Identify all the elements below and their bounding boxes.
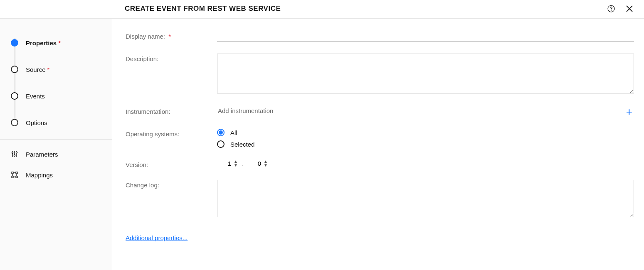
row-description: Description: [126,54,634,95]
plus-icon[interactable]: + [624,108,634,116]
step-indicator-icon [11,119,18,126]
sliders-icon [11,150,18,158]
row-display-name: Display name: * [126,31,634,42]
radio-icon [217,140,225,148]
radio-icon [217,129,225,136]
row-changelog: Change log: [126,180,634,218]
step-label: Events [26,93,45,100]
svg-rect-13 [16,176,17,178]
sidebar-link-parameters[interactable]: Parameters [0,144,112,164]
row-instrumentation: Instrumentation: Add instrumentation + [126,106,634,117]
display-name-field [217,31,634,42]
os-field: All Selected [217,129,634,148]
version-field: ▲ ▼ . ▲ ▼ [217,160,634,168]
wizard-sidebar: Properties* Source* Events Options [0,19,112,270]
sidebar-link-label: Parameters [26,151,58,158]
dialog-header: CREATE EVENT FROM REST WEB SERVICE [0,0,644,19]
step-events[interactable]: Events [11,83,112,109]
step-indicator-icon [11,66,18,73]
dialog-body: Properties* Source* Events Options [0,19,644,270]
label-text: Display name: [126,33,165,40]
row-version: Version: ▲ ▼ . ▲ ▼ [126,160,634,168]
step-label-text: Source [26,66,46,73]
svg-rect-12 [12,176,13,178]
row-operating-systems: Operating systems: All Selected [126,129,634,148]
required-marker: * [168,33,171,40]
svg-rect-10 [12,172,13,174]
instrumentation-input-row: Add instrumentation + [217,106,634,117]
os-radio-all[interactable]: All [217,129,634,136]
version-label: Version: [126,160,217,168]
svg-point-9 [16,152,17,153]
mappings-icon [11,171,18,179]
stepper-buttons: ▲ ▼ [264,160,268,167]
header-actions [607,4,634,13]
os-radio-selected[interactable]: Selected [217,140,634,148]
changelog-field [217,180,634,218]
os-radio-group: All Selected [217,129,634,148]
display-name-label: Display name: * [126,31,217,40]
description-textarea[interactable] [217,54,634,93]
required-marker: * [58,39,61,47]
step-options[interactable]: Options [11,109,112,136]
version-major-input[interactable] [221,160,231,167]
step-label-text: Properties [26,39,57,47]
wizard-steps: Properties* Source* Events Options [0,29,112,136]
version-minor-input[interactable] [251,160,261,167]
step-label: Options [26,119,47,126]
step-properties[interactable]: Properties* [11,29,112,56]
sidebar-link-label: Mappings [26,172,53,179]
required-marker: * [47,66,50,73]
sidebar-link-mappings[interactable]: Mappings [0,164,112,185]
dialog-title: CREATE EVENT FROM REST WEB SERVICE [125,5,281,13]
radio-label: All [230,129,237,136]
display-name-input[interactable] [217,31,634,42]
svg-point-1 [611,10,612,10]
stepper-buttons: ▲ ▼ [234,160,238,167]
changelog-label: Change log: [126,180,217,189]
description-field [217,54,634,95]
svg-rect-11 [16,172,17,174]
version-major-stepper[interactable]: ▲ ▼ [217,160,239,168]
close-icon[interactable] [625,4,634,13]
os-label: Operating systems: [126,129,217,137]
form-panel: Display name: * Description: Instrumenta… [112,19,644,270]
instrumentation-label: Instrumentation: [126,106,217,115]
step-label: Source* [26,66,49,73]
instrumentation-field: Add instrumentation + [217,106,634,117]
instrumentation-placeholder[interactable]: Add instrumentation [217,106,624,117]
chevron-down-icon[interactable]: ▼ [234,163,238,167]
svg-point-7 [14,155,15,156]
version-separator: . [242,160,244,167]
svg-point-5 [12,152,13,153]
additional-properties-link[interactable]: Additional properties... [126,234,188,241]
sidebar-divider [0,139,112,140]
radio-label: Selected [230,141,254,148]
step-source[interactable]: Source* [11,56,112,83]
help-icon[interactable] [607,4,616,13]
chevron-down-icon[interactable]: ▼ [264,163,268,167]
step-indicator-icon [11,92,18,100]
description-label: Description: [126,54,217,62]
step-indicator-icon [11,39,18,47]
step-label: Properties* [26,39,61,47]
version-minor-stepper[interactable]: ▲ ▼ [247,160,269,168]
changelog-textarea[interactable] [217,180,634,217]
version-group: ▲ ▼ . ▲ ▼ [217,160,634,168]
